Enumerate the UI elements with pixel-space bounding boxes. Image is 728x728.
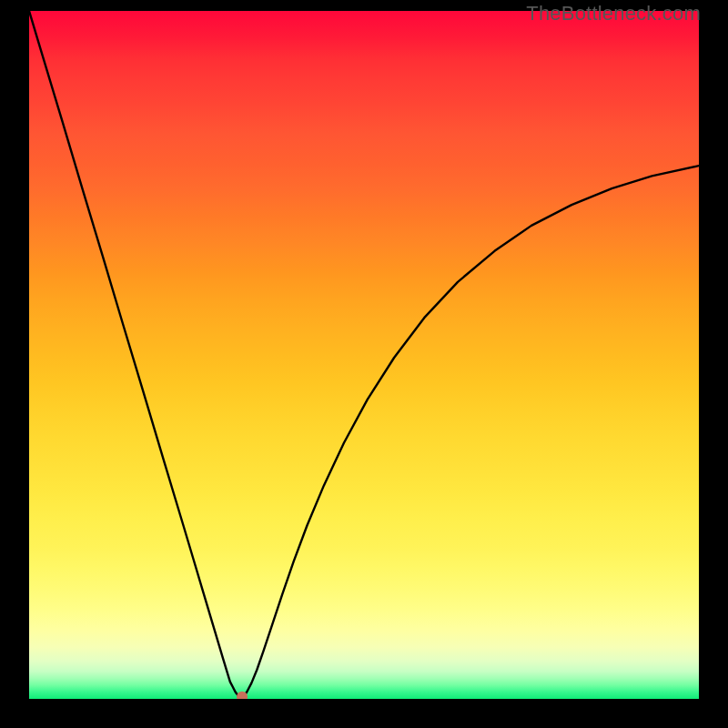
- plot-area: [29, 11, 699, 699]
- watermark-text: TheBottleneck.com: [526, 2, 701, 25]
- bottleneck-curve: [29, 11, 699, 698]
- chart-frame: TheBottleneck.com: [0, 0, 728, 728]
- chart-svg: [29, 11, 699, 699]
